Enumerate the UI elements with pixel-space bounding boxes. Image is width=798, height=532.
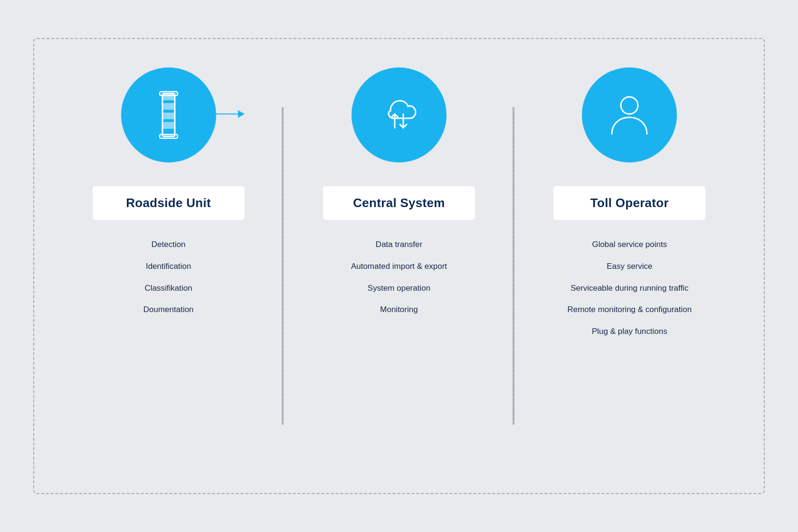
list-item: Automated import & export bbox=[298, 261, 500, 272]
list-item: Remote monitoring & configuration bbox=[529, 304, 731, 315]
svg-point-9 bbox=[621, 97, 638, 114]
connection-arrow bbox=[188, 110, 245, 118]
toll-operator-icon bbox=[603, 89, 656, 141]
svg-rect-4 bbox=[162, 122, 175, 129]
roadside-unit-icon bbox=[142, 89, 195, 141]
list-item: Monitoring bbox=[298, 304, 500, 315]
central-system-circle bbox=[352, 67, 446, 162]
column-central-system: Central System Data transfer Automated i… bbox=[284, 67, 514, 465]
roadside-unit-features: Detection Identification Classifikation … bbox=[67, 239, 269, 326]
central-system-icon bbox=[373, 89, 425, 141]
toll-operator-circle bbox=[582, 67, 677, 162]
list-item: System operation bbox=[298, 283, 500, 294]
svg-rect-2 bbox=[162, 103, 175, 110]
list-item: Data transfer bbox=[298, 239, 500, 250]
arrow-head bbox=[238, 110, 245, 118]
toll-operator-title: Toll Operator bbox=[572, 196, 686, 210]
toll-operator-features: Global service points Easy service Servi… bbox=[529, 239, 731, 348]
list-item: Easy service bbox=[529, 261, 731, 272]
svg-rect-3 bbox=[162, 113, 175, 119]
roadside-unit-title-box: Roadside Unit bbox=[93, 186, 245, 220]
list-item: Plug & play functions bbox=[529, 326, 731, 337]
list-item: Global service points bbox=[529, 239, 731, 250]
roadside-unit-title: Roadside Unit bbox=[112, 196, 226, 210]
column-toll-operator: Toll Operator Global service points Easy… bbox=[514, 67, 745, 465]
list-item: Detection bbox=[67, 239, 269, 250]
toll-operator-title-box: Toll Operator bbox=[553, 186, 705, 220]
arrow-line bbox=[188, 114, 238, 114]
central-system-title: Central System bbox=[342, 196, 456, 210]
svg-rect-1 bbox=[162, 94, 175, 100]
central-system-title-box: Central System bbox=[323, 186, 475, 220]
list-item: Identification bbox=[67, 261, 269, 272]
roadside-unit-circle bbox=[121, 67, 216, 162]
column-roadside-unit: Roadside Unit Detection Identification C… bbox=[53, 67, 284, 465]
list-item: Classifikation bbox=[67, 283, 269, 294]
main-diagram: Roadside Unit Detection Identification C… bbox=[33, 38, 765, 494]
list-item: Serviceable during running traffic bbox=[529, 283, 731, 294]
central-system-features: Data transfer Automated import & export … bbox=[298, 239, 500, 326]
list-item: Doumentation bbox=[67, 304, 269, 315]
